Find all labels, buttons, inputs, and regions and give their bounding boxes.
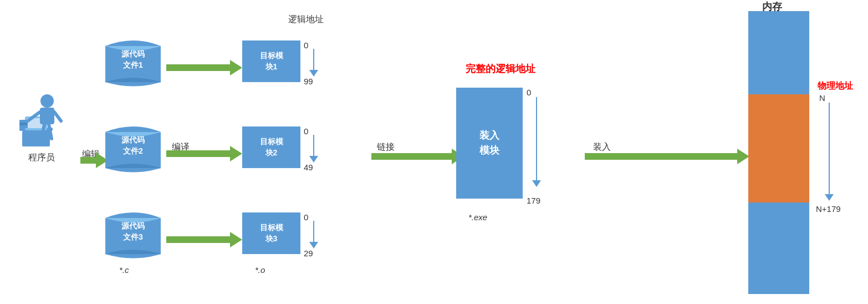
target-block-3: 目标模块3 xyxy=(242,212,300,254)
exe-ext-label: *.exe xyxy=(468,212,487,222)
block1-down-arrow xyxy=(309,49,318,77)
block3-down-arrow xyxy=(309,221,318,249)
module-down-arrow xyxy=(532,97,541,187)
source-ext-label: *.c xyxy=(119,265,129,275)
logical-address-title: 逻辑地址 xyxy=(288,14,324,26)
block2-end: 49 xyxy=(304,163,313,172)
block2-down-arrow xyxy=(309,135,318,163)
source-file-3-label: 源代码文件3 xyxy=(103,221,164,242)
load-arrow xyxy=(585,149,749,164)
complete-logical-label: 完整的逻辑地址 xyxy=(466,62,535,75)
memory-title: 内存 xyxy=(762,0,782,13)
arrow-src3-tgt3 xyxy=(166,232,242,247)
source-file-1-label: 源代码文件1 xyxy=(103,49,164,70)
svg-rect-10 xyxy=(19,120,28,123)
diagram: 程序员 编辑 源代码文件1 源代码文件2 源代码文件3 *.c xyxy=(0,0,868,304)
svg-rect-5 xyxy=(40,108,54,124)
arrow-src1-tgt1 xyxy=(166,60,242,75)
programmer-label: 程序员 xyxy=(6,152,78,164)
mem-end-num: N+179 xyxy=(816,204,841,214)
target-block-1: 目标模块1 xyxy=(242,40,300,82)
block1-end: 99 xyxy=(304,77,313,86)
block3-start: 0 xyxy=(304,212,308,222)
source-file-2: 源代码文件2 xyxy=(103,124,164,179)
svg-line-7 xyxy=(54,112,61,121)
mem-down-arrow xyxy=(825,103,834,201)
arrow-src2-tgt2 xyxy=(166,146,242,161)
source-file-2-label: 源代码文件2 xyxy=(103,135,164,156)
block1-start: 0 xyxy=(304,40,308,50)
module-start: 0 xyxy=(527,88,531,97)
source-file-3: 源代码文件3 xyxy=(103,210,164,265)
programmer-area: 程序员 xyxy=(6,89,78,164)
mem-start-num: N xyxy=(819,93,825,103)
block2-start: 0 xyxy=(304,126,308,136)
svg-point-4 xyxy=(40,94,54,108)
physical-address-label: 物理地址 xyxy=(818,80,853,92)
svg-rect-11 xyxy=(19,123,28,125)
link-arrow xyxy=(371,149,464,164)
programmer-icon xyxy=(17,89,67,150)
svg-rect-1 xyxy=(22,131,50,146)
load-module-block: 装入模块 xyxy=(456,88,523,199)
module-end: 179 xyxy=(527,196,540,205)
memory-orange-section xyxy=(748,94,809,202)
target-block-2: 目标模块2 xyxy=(242,126,300,168)
source-file-1: 源代码文件1 xyxy=(103,38,164,93)
object-ext-label: *.o xyxy=(255,265,265,275)
svg-rect-12 xyxy=(19,125,28,128)
block3-end: 29 xyxy=(304,249,313,258)
